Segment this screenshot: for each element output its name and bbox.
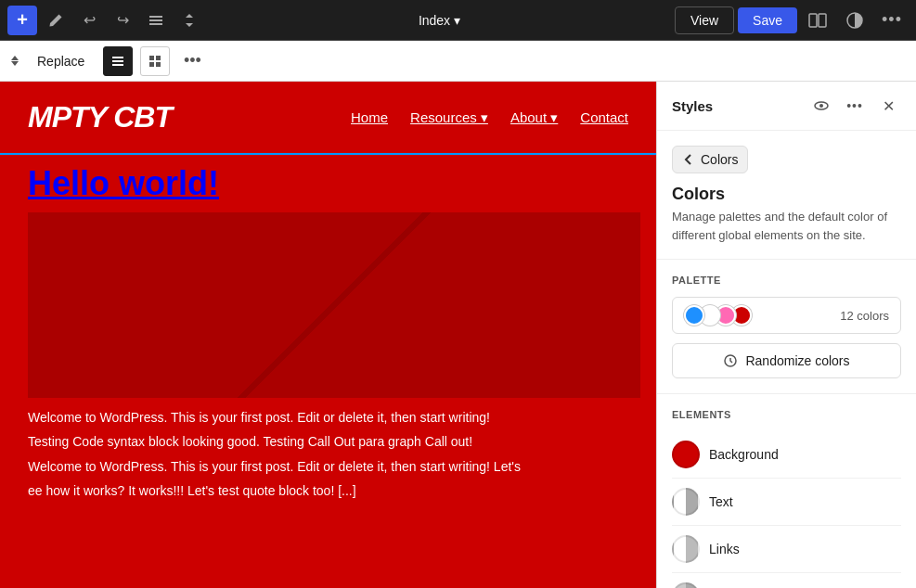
split-view-btn[interactable] — [801, 4, 834, 37]
back-to-styles-btn[interactable]: Colors — [672, 146, 748, 173]
swatch-1 — [684, 305, 704, 326]
randomize-label: Randomize colors — [745, 353, 849, 368]
palette-row[interactable]: 12 colors — [672, 297, 901, 334]
palette-label: PALETTE — [672, 275, 901, 286]
text-color-swatch — [672, 488, 700, 516]
nav-about[interactable]: About ▾ — [510, 109, 558, 126]
svg-rect-12 — [156, 62, 161, 67]
undo-btn[interactable]: ↩ — [74, 6, 104, 35]
list-view-btn[interactable] — [103, 46, 133, 76]
randomize-icon — [723, 353, 738, 368]
grid-view-btn[interactable] — [140, 46, 170, 76]
main-container: MPTY CBT Home Resources ▾ About ▾ Contac… — [0, 82, 916, 588]
svg-rect-6 — [112, 57, 123, 58]
hero-section: Hello world! — [0, 153, 656, 398]
svg-rect-1 — [149, 19, 162, 21]
nav-contact[interactable]: Contact — [580, 109, 628, 126]
content-line-2: Testing Code syntax block looking good. … — [28, 431, 628, 452]
text-label: Text — [709, 494, 733, 509]
styles-panel-title: Styles — [672, 98, 801, 114]
colors-heading: Colors — [672, 185, 901, 204]
svg-rect-10 — [156, 56, 161, 60]
links-label: Links — [709, 542, 740, 556]
page-selector[interactable]: Index ▾ — [411, 9, 468, 32]
contrast-btn[interactable] — [838, 4, 871, 37]
second-toolbar: Replace ••• — [0, 41, 916, 82]
eye-icon-btn[interactable] — [808, 93, 834, 119]
svg-rect-7 — [112, 60, 123, 62]
more-options-btn[interactable]: ••• — [875, 4, 909, 37]
pen-tool-btn[interactable] — [41, 6, 71, 35]
background-label: Background — [709, 447, 779, 462]
element-headings[interactable]: Headings — [672, 573, 901, 588]
view-btn[interactable]: View — [675, 6, 734, 34]
palette-swatches — [684, 305, 752, 326]
palette-count: 12 colors — [840, 309, 889, 323]
content-line-4: ee how it works? It works!!! Let's test … — [28, 480, 628, 501]
colors-description: Manage palettes and the default color of… — [672, 208, 901, 244]
svg-rect-8 — [112, 64, 123, 66]
nav-home[interactable]: Home — [351, 109, 388, 126]
site-nav: Home Resources ▾ About ▾ Contact — [351, 109, 628, 126]
element-background[interactable]: Background — [672, 431, 901, 479]
links-color-swatch — [672, 535, 700, 563]
adjust-btn[interactable] — [174, 6, 204, 35]
redo-btn[interactable]: ↪ — [108, 6, 137, 35]
styles-more-btn[interactable]: ••• — [842, 93, 868, 119]
svg-rect-9 — [149, 56, 154, 60]
elements-label: ELEMENTS — [672, 409, 901, 420]
save-btn[interactable]: Save — [738, 7, 797, 33]
hero-title[interactable]: Hello world! — [28, 164, 628, 203]
second-toolbar-more-btn[interactable]: ••• — [177, 46, 207, 76]
nav-arrows[interactable] — [11, 56, 19, 66]
back-btn-label: Colors — [701, 152, 738, 167]
svg-point-14 — [819, 104, 823, 108]
background-color-swatch — [672, 441, 700, 468]
svg-rect-3 — [809, 14, 817, 27]
randomize-colors-btn[interactable]: Randomize colors — [672, 343, 901, 378]
palette-section: PALETTE 12 colors Randomize colors — [657, 260, 916, 394]
styles-panel: Styles ••• ✕ Colors Colors Manage palett… — [656, 82, 916, 588]
site-logo: MPTY CBT — [28, 100, 172, 134]
site-header: MPTY CBT Home Resources ▾ About ▾ Contac… — [0, 82, 656, 153]
elements-section: ELEMENTS Background Text Links Headings — [657, 394, 916, 588]
replace-btn[interactable]: Replace — [26, 50, 96, 72]
svg-rect-11 — [149, 62, 154, 67]
svg-rect-4 — [819, 14, 826, 27]
svg-rect-2 — [149, 23, 162, 25]
svg-rect-0 — [149, 16, 162, 18]
top-toolbar: + ↩ ↪ Index ▾ View Save ••• — [0, 0, 916, 41]
nav-resources[interactable]: Resources ▾ — [410, 109, 488, 126]
element-text[interactable]: Text — [672, 479, 901, 526]
content-line-3: Welcome to WordPress. This is your first… — [28, 456, 628, 477]
align-btn[interactable] — [141, 6, 171, 35]
canvas-area: MPTY CBT Home Resources ▾ About ▾ Contac… — [0, 82, 656, 588]
headings-color-swatch — [672, 582, 700, 588]
content-text: Welcome to WordPress. This is your first… — [0, 407, 656, 502]
wp-logo[interactable]: + — [7, 6, 37, 35]
hero-image — [28, 212, 640, 398]
element-links[interactable]: Links — [672, 526, 901, 573]
styles-panel-header: Styles ••• ✕ — [657, 82, 916, 131]
content-line-1: Welcome to WordPress. This is your first… — [28, 407, 628, 428]
colors-section: Colors Colors Manage palettes and the de… — [657, 131, 916, 260]
site-preview: MPTY CBT Home Resources ▾ About ▾ Contac… — [0, 82, 656, 588]
close-panel-btn[interactable]: ✕ — [875, 93, 901, 119]
